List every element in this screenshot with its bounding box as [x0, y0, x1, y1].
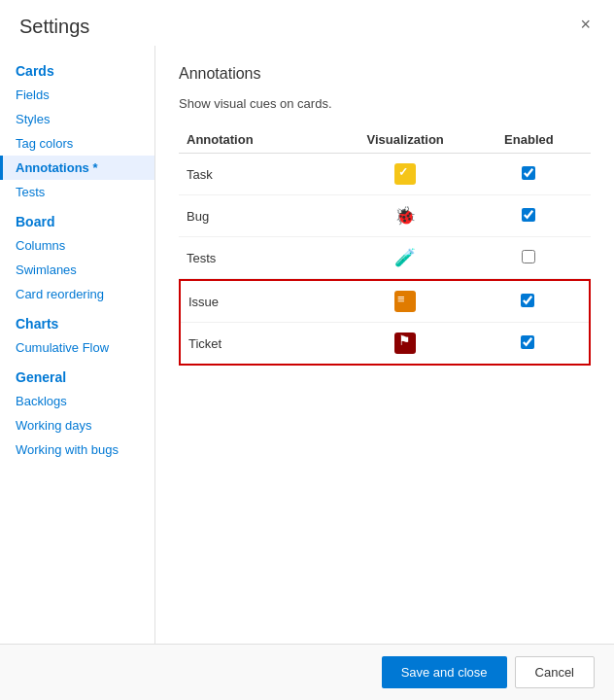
- col-header-enabled: Enabled: [467, 126, 591, 154]
- dialog-footer: Save and close Cancel: [0, 644, 614, 700]
- dialog-body: Cards Fields Styles Tag colors Annotatio…: [0, 46, 614, 644]
- highlighted-table: Issue ≡ Ticket: [181, 281, 589, 364]
- close-button[interactable]: ×: [576, 16, 595, 33]
- issue-icon: ≡: [394, 291, 416, 312]
- checkbox-issue[interactable]: [521, 294, 534, 307]
- enabled-bug: [467, 195, 591, 237]
- visualization-ticket: ⚑: [344, 323, 466, 365]
- sidebar-item-tests[interactable]: Tests: [0, 180, 154, 204]
- tests-icon: 🧪: [394, 247, 416, 268]
- sidebar-section-charts: Charts: [0, 306, 154, 335]
- settings-dialog: Settings × Cards Fields Styles Tag color…: [0, 0, 614, 700]
- sidebar-item-working-with-bugs[interactable]: Working with bugs: [0, 438, 154, 462]
- table-row-tests: Tests 🧪: [179, 237, 591, 279]
- checkbox-ticket[interactable]: [521, 335, 534, 349]
- annotation-label-tests: Tests: [179, 237, 344, 279]
- sidebar-item-working-days[interactable]: Working days: [0, 413, 154, 438]
- save-close-button[interactable]: Save and close: [382, 656, 507, 688]
- section-subtitle: Show visual cues on cards.: [179, 96, 591, 111]
- highlighted-annotations-group: Issue ≡ Ticket: [179, 279, 591, 366]
- sidebar-item-tag-colors[interactable]: Tag colors: [0, 131, 154, 156]
- table-row-issue: Issue ≡: [181, 281, 589, 323]
- sidebar: Cards Fields Styles Tag colors Annotatio…: [0, 46, 155, 644]
- enabled-task: [467, 154, 591, 195]
- sidebar-item-styles[interactable]: Styles: [0, 107, 154, 131]
- sidebar-section-board: Board: [0, 204, 154, 233]
- ticket-icon: ⚑: [394, 332, 416, 354]
- enabled-issue: [466, 281, 589, 323]
- table-row-bug: Bug 🐞: [179, 195, 591, 237]
- enabled-ticket: [466, 323, 589, 365]
- bug-icon: 🐞: [394, 205, 416, 227]
- visualization-issue: ≡: [344, 281, 466, 323]
- dialog-header: Settings ×: [0, 0, 614, 46]
- sidebar-item-fields[interactable]: Fields: [0, 83, 154, 107]
- sidebar-item-annotations[interactable]: Annotations *: [0, 156, 154, 180]
- dialog-title: Settings: [19, 16, 89, 38]
- sidebar-item-cumulative-flow[interactable]: Cumulative Flow: [0, 335, 154, 360]
- task-icon: ✓: [394, 163, 416, 185]
- col-header-visualization: Visualization: [344, 126, 467, 154]
- table-row-ticket: Ticket ⚑: [181, 323, 589, 365]
- sidebar-section-cards: Cards: [0, 53, 154, 83]
- cancel-button[interactable]: Cancel: [515, 656, 595, 688]
- visualization-bug: 🐞: [344, 195, 467, 237]
- annotation-label-bug: Bug: [179, 195, 344, 237]
- visualization-task: ✓: [344, 154, 467, 195]
- sidebar-item-columns[interactable]: Columns: [0, 233, 154, 258]
- annotation-label-task: Task: [179, 154, 344, 195]
- col-header-annotation: Annotation: [179, 126, 344, 154]
- checkbox-tests[interactable]: [522, 250, 535, 263]
- annotation-label-ticket: Ticket: [181, 323, 344, 365]
- checkbox-bug[interactable]: [522, 208, 535, 222]
- table-row-task: Task ✓: [179, 154, 591, 195]
- annotations-table: Annotation Visualization Enabled Task ✓: [179, 126, 591, 279]
- sidebar-item-swimlanes[interactable]: Swimlanes: [0, 258, 154, 282]
- main-content: Annotations Show visual cues on cards. A…: [155, 46, 614, 644]
- checkbox-task[interactable]: [522, 166, 535, 180]
- annotation-label-issue: Issue: [181, 281, 344, 323]
- section-title: Annotations: [179, 65, 591, 83]
- enabled-tests: [467, 237, 591, 279]
- sidebar-section-general: General: [0, 360, 154, 389]
- visualization-tests: 🧪: [344, 237, 467, 279]
- table-header-row: Annotation Visualization Enabled: [179, 126, 591, 154]
- sidebar-item-card-reordering[interactable]: Card reordering: [0, 282, 154, 306]
- sidebar-item-backlogs[interactable]: Backlogs: [0, 389, 154, 413]
